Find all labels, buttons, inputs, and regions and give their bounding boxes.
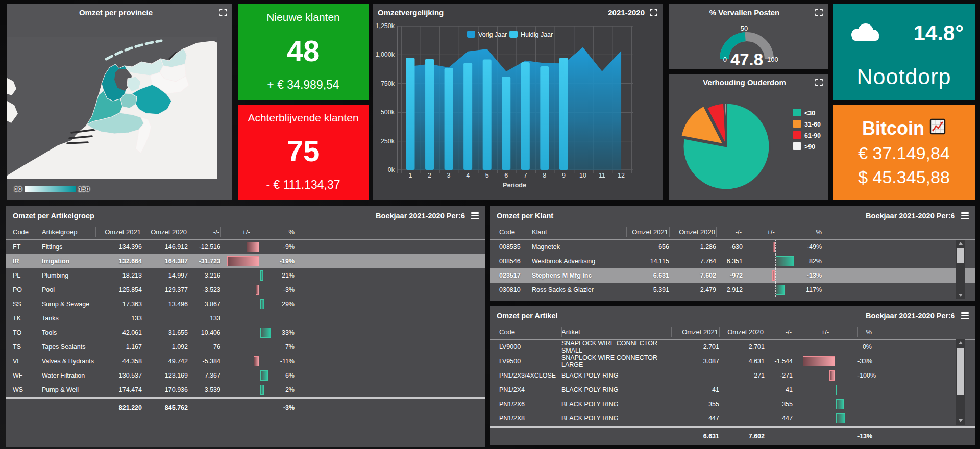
legend-swatch[interactable] [793, 120, 801, 128]
column-header[interactable]: -/- [188, 224, 220, 239]
table-row[interactable]: TSTapes Sealants1.1671.092767% [6, 340, 485, 354]
huidig-jaar-bar[interactable] [502, 77, 510, 170]
delta-bar[interactable] [776, 285, 785, 295]
delta-bar[interactable] [773, 242, 775, 252]
column-header[interactable]: Code [499, 224, 532, 239]
scroll-down-arrow[interactable] [956, 417, 965, 425]
netherlands-choropleth-map[interactable] [7, 4, 232, 200]
table-row[interactable]: 008535Magnetek6561.286-630-49% [490, 240, 975, 254]
delta-bar[interactable] [260, 328, 271, 338]
weather-tile[interactable]: 14.8° Nootdorp [833, 4, 975, 100]
delta-bar[interactable] [776, 256, 794, 266]
table-row[interactable]: LV9500SNAPLOCK WIRE CONNECTOR LARGE3.087… [490, 354, 975, 368]
fullscreen-icon[interactable] [650, 9, 657, 16]
vertical-scrollbar[interactable] [956, 240, 965, 299]
menu-icon[interactable] [961, 212, 969, 219]
column-header[interactable]: Omzet 2020 [669, 224, 716, 239]
column-header[interactable]: Klant [532, 224, 626, 239]
table-row[interactable]: WSPump & Well174.474170.9363.5392% [6, 383, 485, 397]
huidig-jaar-bar[interactable] [483, 59, 492, 170]
table-row[interactable]: SSSump & Sewage17.36313.4963.86729% [6, 297, 485, 311]
column-header[interactable]: -/- [765, 325, 793, 339]
scroll-down-arrow[interactable] [956, 292, 965, 299]
fullscreen-icon[interactable] [219, 9, 227, 16]
delta-bar[interactable] [836, 399, 844, 409]
table-row[interactable]: 030810Ross Sacks & Glazier5.3912.4792.91… [490, 283, 975, 297]
delta-bar[interactable] [260, 385, 264, 395]
column-header[interactable]: Omzet 2021 [671, 325, 719, 339]
column-header[interactable]: Artikelgroep [42, 224, 95, 239]
menu-icon[interactable] [961, 312, 969, 319]
delta-bar[interactable] [254, 356, 259, 366]
delta-bar[interactable] [260, 299, 264, 309]
scrollbar-thumb[interactable] [957, 348, 964, 395]
table-row[interactable]: PN1/2X8BLACK POLY RING447447 [490, 411, 975, 426]
delta-bar[interactable] [803, 356, 835, 366]
column-header[interactable]: Omzet 2021 [95, 224, 142, 239]
kpi-new-customers-tile[interactable]: Nieuwe klanten 48 + € 34.989,54 [238, 4, 369, 100]
delta-bar[interactable] [260, 270, 263, 281]
fullscreen-icon[interactable] [815, 9, 823, 16]
table-row[interactable]: PN1/2X3/4XCLOSEBLACK POLY RING271-271-10… [490, 368, 975, 383]
table-row[interactable]: 023517Stephens M Mfg Inc6.6317.602-972-1… [490, 268, 975, 283]
column-header[interactable]: Omzet 2021 [626, 224, 669, 239]
column-header[interactable]: % [272, 224, 297, 239]
pie-chart[interactable]: <3031-6061-90>90 [669, 74, 828, 200]
delta-bar[interactable] [836, 413, 845, 423]
huidig-jaar-bar[interactable] [425, 59, 434, 170]
huidig-jaar-bar[interactable] [521, 62, 530, 170]
table-row[interactable]: PLPlumbing18.21314.9973.21621% [6, 268, 485, 283]
column-header[interactable]: % [857, 325, 876, 339]
column-header[interactable]: -/- [716, 224, 743, 239]
fullscreen-icon[interactable] [815, 79, 823, 86]
legend-swatch[interactable] [509, 31, 518, 38]
huidig-jaar-bar[interactable] [559, 58, 568, 170]
scroll-up-arrow[interactable] [956, 339, 965, 346]
column-header[interactable]: Artikel [561, 325, 671, 339]
column-header[interactable]: % [799, 224, 827, 239]
delta-bar[interactable] [260, 370, 268, 381]
delta-bar[interactable] [256, 285, 259, 295]
table-row[interactable]: TOTools42.06131.65510.40633% [6, 326, 485, 340]
delta-bar[interactable] [247, 242, 259, 252]
table-row[interactable]: IRIrrigation132.664164.387-31.723-19% [6, 254, 485, 268]
delta-bar-cell [220, 354, 272, 368]
scrollbar-thumb[interactable] [957, 248, 964, 263]
legend-swatch[interactable] [793, 131, 801, 139]
vertical-scrollbar[interactable] [956, 339, 965, 425]
table-row[interactable]: PN1/2X4BLACK POLY RING4141 [490, 383, 975, 397]
kpi-lagging-customers-tile[interactable]: Achterblijvende klanten 75 - € 111.134,3… [238, 105, 369, 200]
huidig-jaar-bar[interactable] [540, 66, 549, 170]
table-row[interactable]: VLValves & Hydrants44.35849.742-5.384-11… [6, 354, 485, 368]
table-row[interactable]: LV9000SNAPLOCK WIRE CONNECTOR SMALL2.701… [490, 340, 975, 354]
column-header[interactable]: Omzet 2020 [142, 224, 188, 239]
huidig-jaar-bar[interactable] [406, 58, 415, 170]
table-row[interactable]: 008546Westbrook Advertising14.1157.7646.… [490, 254, 975, 268]
table-row[interactable]: FTFittings134.396146.912-12.516-9% [6, 240, 485, 254]
menu-icon[interactable] [471, 212, 479, 219]
delta-bar[interactable] [829, 370, 835, 381]
bar-area-chart[interactable]: 1,250k1,000k750k500k250k0k12345678910111… [373, 4, 663, 200]
table-row[interactable]: TKTanks133133 [6, 311, 485, 326]
legend-swatch[interactable] [793, 109, 801, 116]
delta-bar[interactable] [836, 385, 837, 395]
vorig-jaar-area[interactable] [410, 47, 621, 170]
column-header[interactable]: Code [499, 325, 561, 339]
column-header[interactable]: Omzet 2020 [719, 325, 765, 339]
huidig-jaar-bar[interactable] [445, 68, 453, 170]
legend-swatch[interactable] [793, 142, 801, 150]
svg-text:3: 3 [447, 172, 451, 179]
huidig-jaar-bar[interactable] [463, 63, 472, 170]
legend-swatch[interactable] [467, 31, 475, 38]
delta-bar[interactable] [227, 256, 259, 266]
column-header[interactable]: +/- [743, 224, 799, 239]
delta-bar[interactable] [772, 270, 775, 281]
column-header[interactable]: +/- [220, 224, 272, 239]
table-row[interactable]: POPool125.854129.377-3.523-3% [6, 283, 485, 297]
scroll-up-arrow[interactable] [956, 240, 965, 247]
table-row[interactable]: PN1/2X6BLACK POLY RING355355 [490, 397, 975, 411]
table-row[interactable]: WFWater Filtration130.537123.1697.3676% [6, 368, 485, 383]
column-header[interactable]: Code [13, 224, 42, 239]
bitcoin-tile[interactable]: Bitcoin € 37.149,84 $ 45.345,88 [833, 105, 975, 200]
column-header[interactable]: +/- [793, 325, 857, 339]
